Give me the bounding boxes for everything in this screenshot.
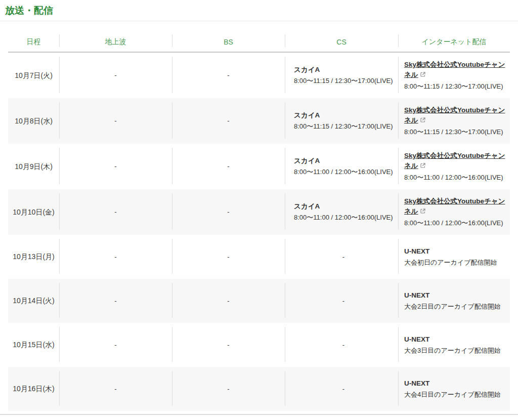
cs-cell: スカイA 8:00〜11:00 / 12:00〜16:00(LIVE) [285,189,398,235]
date-label: 10月14日(火) [13,297,54,305]
empty-marker: - [227,161,229,172]
service-name: スカイA [294,65,393,75]
service-info: スカイA 8:00〜11:00 / 12:00〜16:00(LIVE) [294,156,393,177]
service-detail: 大会4日目のアーカイブ配信開始 [404,390,507,400]
empty-marker: - [227,296,229,306]
col-header-terrestrial: 地上波 [59,32,172,52]
empty-marker: - [227,252,229,262]
empty-marker: - [114,116,116,126]
bs-cell: - [172,98,285,144]
date-cell: 10月10日(金) [8,189,59,235]
date-cell: 10月8日(水) [8,98,59,144]
empty-marker: - [342,340,344,350]
service-detail: 8:00〜11:00 / 12:00〜16:00(LIVE) [404,173,507,183]
internet-cell: Sky株式会社公式Youtubeチャンネル 8:00〜11:15 / 12:30… [398,52,510,98]
bs-cell: - [172,52,285,98]
date-cell: 10月15日(水) [8,323,59,367]
terrestrial-cell: - [59,52,172,98]
schedule-table: 日程 地上波 BS CS インターネット配信 10月7日(火) - - スカイA… [8,32,510,411]
empty-marker: - [114,384,116,394]
terrestrial-cell: - [59,98,172,144]
terrestrial-cell: - [59,235,172,279]
cs-cell: - [285,323,398,367]
service-info: Sky株式会社公式Youtubeチャンネル 8:00〜11:15 / 12:30… [404,105,507,137]
empty-marker: - [114,161,116,172]
service-info: U-NEXT 大会初日のアーカイブ配信開始 [404,246,507,268]
cs-cell: - [285,279,398,323]
service-name: U-NEXT [404,379,507,389]
service-info: U-NEXT 大会2日目のアーカイブ配信開始 [404,290,507,312]
cs-cell: スカイA 8:00〜11:00 / 12:00〜16:00(LIVE) [285,144,398,189]
col-header-date: 日程 [8,32,59,52]
bs-cell: - [172,144,285,189]
table-row: 10月15日(水) - - - U-NEXT 大会3日目のアーカイブ配信開始 [8,323,510,367]
date-cell: 10月9日(木) [8,144,59,189]
service-detail: 8:00〜11:00 / 12:00〜16:00(LIVE) [294,167,393,177]
service-name: スカイA [294,110,393,120]
internet-cell: Sky株式会社公式Youtubeチャンネル 8:00〜11:15 / 12:30… [398,98,510,144]
empty-marker: - [114,296,116,306]
internet-cell: U-NEXT 大会2日目のアーカイブ配信開始 [398,279,510,323]
terrestrial-cell: - [59,323,172,367]
service-name: U-NEXT [404,246,507,257]
youtube-channel-link[interactable]: Sky株式会社公式Youtubeチャンネル [404,197,505,215]
table-row: 10月7日(火) - - スカイA 8:00〜11:15 / 12:30〜17:… [8,52,510,98]
col-header-cs: CS [285,32,398,52]
empty-marker: - [114,70,116,80]
youtube-channel-link[interactable]: Sky株式会社公式Youtubeチャンネル [404,152,505,170]
service-name: スカイA [294,156,393,166]
bs-cell: - [172,367,285,411]
empty-marker: - [227,384,229,394]
terrestrial-cell: - [59,367,172,411]
date-cell: 10月7日(火) [8,52,59,98]
broadcast-table: 日程 地上波 BS CS インターネット配信 10月7日(火) - - スカイA… [8,32,510,411]
internet-cell: Sky株式会社公式Youtubeチャンネル 8:00〜11:00 / 12:00… [398,144,510,189]
table-body: 10月7日(火) - - スカイA 8:00〜11:15 / 12:30〜17:… [8,52,510,411]
service-detail: 大会3日目のアーカイブ配信開始 [404,346,507,356]
date-cell: 10月14日(火) [8,279,59,323]
table-row: 10月8日(水) - - スカイA 8:00〜11:15 / 12:30〜17:… [8,98,510,144]
cs-cell: スカイA 8:00〜11:15 / 12:30〜17:00(LIVE) [285,52,398,98]
youtube-channel-link[interactable]: Sky株式会社公式Youtubeチャンネル [404,106,505,124]
empty-marker: - [227,70,229,80]
service-name: U-NEXT [404,334,507,345]
service-detail: 8:00〜11:15 / 12:30〜17:00(LIVE) [404,127,507,137]
service-info: Sky株式会社公式Youtubeチャンネル 8:00〜11:00 / 12:00… [404,151,507,182]
broadcast-schedule-page: 放送・配信 日程 地上波 BS CS インターネット配信 10月7日(火) [0,0,518,415]
bottom-divider [0,414,518,415]
bs-cell: - [172,235,285,279]
empty-marker: - [342,296,344,306]
service-name: U-NEXT [404,290,507,301]
cs-cell: - [285,235,398,279]
empty-marker: - [114,252,116,262]
date-label: 10月9日(木) [15,162,53,171]
date-label: 10月16日(木) [13,385,54,393]
external-link-icon [420,71,426,77]
date-label: 10月13日(月) [13,253,54,261]
internet-cell: Sky株式会社公式Youtubeチャンネル 8:00〜11:00 / 12:00… [398,189,510,235]
date-label: 10月7日(火) [15,71,53,79]
bs-cell: - [172,323,285,367]
date-cell: 10月13日(月) [8,235,59,279]
empty-marker: - [227,340,229,350]
youtube-channel-link[interactable]: Sky株式会社公式Youtubeチャンネル [404,61,505,78]
empty-marker: - [342,252,344,262]
date-cell: 10月16日(木) [8,367,59,411]
empty-marker: - [114,207,116,217]
service-detail: 8:00〜11:15 / 12:30〜17:00(LIVE) [294,76,393,86]
terrestrial-cell: - [59,144,172,189]
internet-cell: U-NEXT 大会初日のアーカイブ配信開始 [398,235,510,279]
empty-marker: - [342,384,344,394]
service-name: スカイA [294,201,393,212]
bs-cell: - [172,279,285,323]
table-row: 10月13日(月) - - - U-NEXT 大会初日のアーカイブ配信開始 [8,235,510,279]
table-row: 10月9日(木) - - スカイA 8:00〜11:00 / 12:00〜16:… [8,144,510,189]
service-info: Sky株式会社公式Youtubeチャンネル 8:00〜11:00 / 12:00… [404,196,507,228]
service-detail: 8:00〜11:00 / 12:00〜16:00(LIVE) [404,218,507,228]
empty-marker: - [227,116,229,126]
external-link-icon [420,162,426,169]
service-detail: 8:00〜11:00 / 12:00〜16:00(LIVE) [294,213,393,223]
service-info: U-NEXT 大会4日目のアーカイブ配信開始 [404,379,507,400]
service-detail: 8:00〜11:15 / 12:30〜17:00(LIVE) [294,121,393,132]
terrestrial-cell: - [59,189,172,235]
